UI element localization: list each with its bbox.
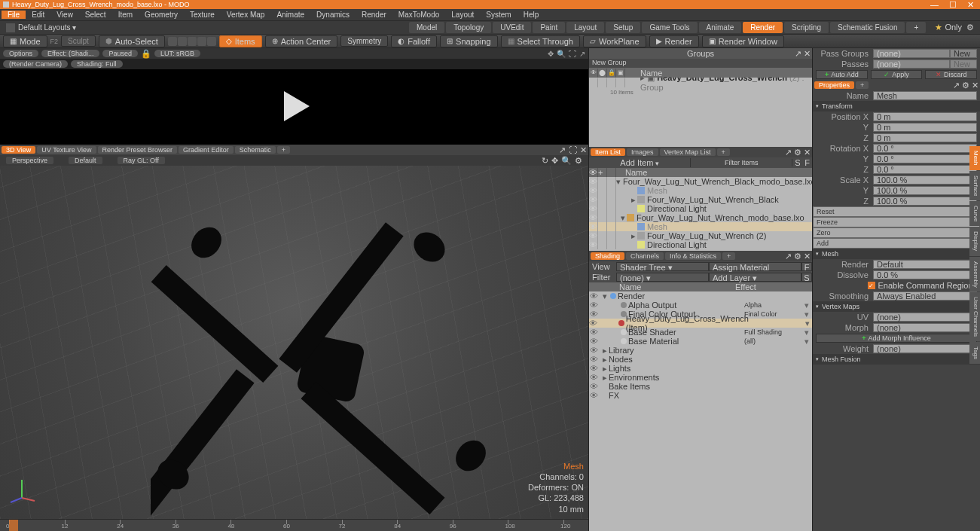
filter-f-button[interactable]: F (802, 158, 812, 167)
items-button[interactable]: ◇ Items (219, 35, 262, 47)
filteritems-input[interactable]: Filter Items (691, 159, 792, 166)
tab-channels[interactable]: Channels (626, 252, 664, 260)
section-mesh[interactable]: Mesh (813, 249, 980, 259)
popout-icon[interactable]: ↗ (953, 81, 960, 90)
menu-edit[interactable]: Edit (26, 11, 50, 19)
minimize-button[interactable]: — (930, 0, 939, 10)
popout-icon[interactable]: ↗ (559, 145, 566, 155)
itemlist-body[interactable]: 👁▾Four_Way_Lug_Nut_Wrench_Black_modo_bas… (589, 177, 812, 251)
vtab-add[interactable]: + (277, 146, 290, 154)
effect-dropdown[interactable]: Effect: (Shadi... (41, 50, 99, 57)
tab-add[interactable]: + (722, 252, 735, 260)
list-item[interactable]: 👁▸Environments (589, 373, 812, 382)
tab-properties[interactable]: Properties (814, 81, 854, 89)
tab-setup[interactable]: Setup (606, 22, 640, 33)
only-toggle[interactable]: ★ Only (935, 23, 962, 32)
list-item[interactable]: 👁▾Four_Way_Lug_Nut_Wrench_modo_base.lxo (589, 213, 812, 222)
list-item[interactable]: 👁Directional Light (589, 240, 812, 249)
orbit-icon[interactable]: ↻ (542, 156, 548, 166)
tab-vertexmaplist[interactable]: Vertex Map List (660, 148, 716, 156)
vtab-schematic[interactable]: Schematic (235, 146, 276, 154)
menu-select[interactable]: Select (79, 11, 112, 19)
mode-button[interactable]: ▦ Mode (3, 35, 47, 47)
tab-schematicfusion[interactable]: Schematic Fusion (830, 22, 905, 33)
tab-itemlist[interactable]: Item List (591, 148, 625, 156)
freeze-button[interactable]: Freeze (813, 217, 980, 227)
weight-dropdown[interactable]: (none) (873, 344, 977, 353)
tab-gametools[interactable]: Game Tools (642, 22, 697, 33)
menu-texture[interactable]: Texture (184, 11, 221, 19)
gear-icon[interactable]: ⚙ (962, 81, 969, 90)
actioncenter-button[interactable]: ⊕ Action Center (265, 35, 338, 47)
tab-model[interactable]: Model (409, 22, 444, 33)
groups-body[interactable]: ▸ ▣ Heavy_Duty_Lug_Cross_Wrench (2) : Gr… (589, 78, 812, 147)
select-mode-icons[interactable] (168, 37, 216, 46)
options-button[interactable]: Options (3, 50, 38, 57)
menu-system[interactable]: System (480, 11, 517, 19)
section-transform[interactable]: Transform (813, 101, 980, 111)
lut-dropdown[interactable]: LUT: sRGB (154, 50, 200, 57)
close-icon[interactable]: ✕ (804, 252, 811, 261)
menu-layout[interactable]: Layout (445, 11, 480, 19)
new-group-button[interactable]: New Group (589, 59, 812, 68)
shading-body[interactable]: 👁▾Render👁Alpha OutputAlpha▾👁Final Color … (589, 291, 812, 531)
render-button[interactable]: ▶ Render (649, 35, 699, 47)
render-dropdown[interactable]: Default (873, 260, 977, 269)
list-item[interactable]: 👁▸Library (589, 346, 812, 355)
pan-icon[interactable]: ✥ (551, 156, 558, 166)
menu-item[interactable]: Item (112, 11, 139, 19)
list-item[interactable]: 👁Mesh (589, 222, 812, 231)
list-item[interactable]: 👁▸Nodes (589, 355, 812, 364)
vtab-assembly[interactable]: Assembly (969, 257, 980, 292)
play-icon[interactable] (276, 88, 313, 126)
add-button[interactable]: Add (813, 238, 980, 249)
render-preview[interactable] (0, 69, 588, 145)
gear-icon[interactable]: ⚙ (966, 23, 974, 32)
perspective-dropdown[interactable]: Perspective (6, 157, 53, 164)
menu-dynamics[interactable]: Dynamics (310, 11, 356, 19)
sculpt-button[interactable]: Sculpt (61, 35, 96, 47)
assignmaterial-button[interactable]: Assign Material (709, 262, 801, 271)
rot-z[interactable]: 0.0 ° (873, 165, 977, 174)
tab-add[interactable]: + (717, 148, 730, 156)
vtab-display[interactable]: Display (969, 227, 980, 255)
rot-y[interactable]: 0.0 ° (873, 154, 977, 163)
scale-y[interactable]: 100.0 % (873, 186, 977, 195)
tab-scripting[interactable]: Scripting (784, 22, 829, 33)
popout-icon[interactable]: ↗ (785, 148, 792, 157)
raygl-toggle[interactable]: Ray GL: Off (118, 157, 165, 164)
menu-geometry[interactable]: Geometry (139, 11, 184, 19)
zoom-icon[interactable]: 🔍 (557, 50, 566, 58)
discard-button[interactable]: Discard (925, 70, 977, 79)
maximize-button[interactable]: ☐ (949, 0, 957, 10)
list-item[interactable]: 👁▾Render (589, 291, 812, 301)
menu-help[interactable]: Help (517, 11, 545, 19)
reset-button[interactable]: Reset (813, 206, 980, 217)
list-item[interactable]: 👁▾Four_Way_Lug_Nut_Wrench_Black_modo_bas… (589, 177, 812, 186)
list-item[interactable]: 👁Alpha OutputAlpha▾ (589, 301, 812, 310)
tab-layout[interactable]: Layout (566, 22, 604, 33)
menu-vertexmap[interactable]: Vertex Map (221, 11, 271, 19)
camera-dropdown[interactable]: (Render Camera) (3, 60, 68, 68)
list-item[interactable]: 👁▸Four_Way_Lug_Nut_Wrench_Black (589, 195, 812, 204)
apply-button[interactable]: Apply (871, 70, 923, 79)
symmetry-button[interactable]: Symmetry (340, 35, 388, 47)
vtab-curve[interactable]: Curve (969, 201, 980, 226)
menu-render[interactable]: Render (356, 11, 392, 19)
vtab-mesh[interactable]: Mesh (969, 146, 980, 170)
list-item[interactable]: 👁▸Lights (589, 364, 812, 373)
autoadd-button[interactable]: Auto Add (816, 70, 868, 79)
name-field[interactable]: Mesh (873, 91, 977, 100)
axis-gizmo[interactable] (8, 475, 36, 504)
shading-dropdown[interactable]: Shading: Full (71, 60, 123, 68)
menu-view[interactable]: View (50, 11, 79, 19)
vtab-surface[interactable]: Surface (969, 171, 980, 201)
gear-icon[interactable]: ⚙ (575, 156, 582, 166)
timeline[interactable]: 01224364860728496108120 (0, 519, 588, 531)
falloff-button[interactable]: ◐ Falloff (391, 35, 437, 47)
layout-dropdown[interactable]: Default Layouts ▾ (18, 23, 76, 32)
vtab-uvtexture[interactable]: UV Texture View (37, 146, 96, 154)
list-item[interactable]: 👁Base Material(all)▾ (589, 337, 812, 346)
passgroups-new[interactable]: New (950, 49, 977, 58)
tab-render[interactable]: Render (743, 22, 783, 33)
